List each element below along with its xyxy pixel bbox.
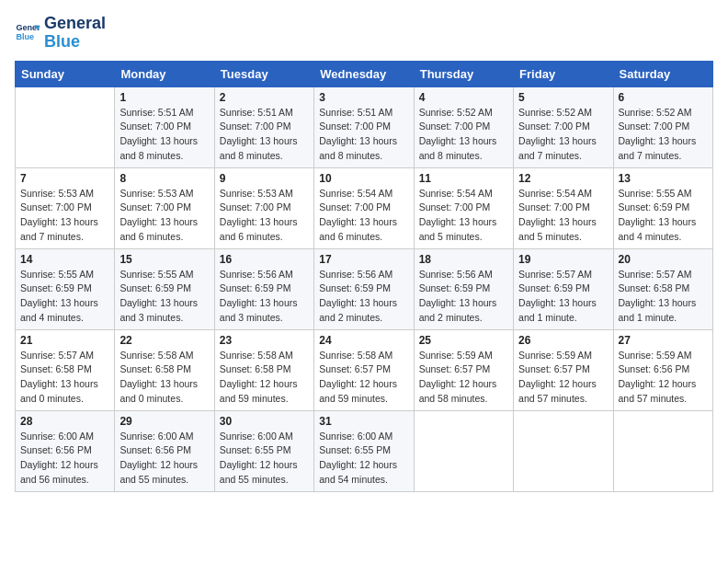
calendar-day-cell [514,410,613,491]
day-info: Sunrise: 5:55 AMSunset: 6:59 PMDaylight:… [119,268,209,326]
day-of-week-header: Saturday [613,61,712,86]
day-info: Sunrise: 5:53 AMSunset: 7:00 PMDaylight:… [20,187,109,245]
calendar-day-cell: 1Sunrise: 5:51 AMSunset: 7:00 PMDaylight… [115,86,214,167]
calendar-day-cell: 2Sunrise: 5:51 AMSunset: 7:00 PMDaylight… [214,86,313,167]
day-number: 10 [319,172,408,185]
day-of-week-header: Tuesday [214,61,313,86]
day-number: 22 [119,334,209,347]
day-number: 17 [319,253,408,266]
calendar-day-cell: 15Sunrise: 5:55 AMSunset: 6:59 PMDayligh… [115,248,214,329]
day-info: Sunrise: 5:57 AMSunset: 6:59 PMDaylight:… [518,268,608,326]
day-info: Sunrise: 5:51 AMSunset: 7:00 PMDaylight:… [220,106,309,164]
day-number: 4 [419,91,508,104]
day-info: Sunrise: 5:57 AMSunset: 6:58 PMDaylight:… [619,268,708,326]
day-info: Sunrise: 6:00 AMSunset: 6:55 PMDaylight:… [319,430,408,488]
day-number: 9 [220,172,309,185]
calendar-week-row: 7Sunrise: 5:53 AMSunset: 7:00 PMDaylight… [16,167,713,248]
day-number: 24 [319,334,408,347]
day-of-week-header: Wednesday [314,61,414,86]
day-info: Sunrise: 5:56 AMSunset: 6:59 PMDaylight:… [319,268,408,326]
day-number: 30 [220,415,309,428]
calendar-day-cell: 19Sunrise: 5:57 AMSunset: 6:59 PMDayligh… [514,248,613,329]
calendar-day-cell: 16Sunrise: 5:56 AMSunset: 6:59 PMDayligh… [214,248,313,329]
day-number: 6 [619,91,708,104]
day-number: 11 [419,172,508,185]
calendar-day-cell: 17Sunrise: 5:56 AMSunset: 6:59 PMDayligh… [314,248,414,329]
calendar-day-cell: 8Sunrise: 5:53 AMSunset: 7:00 PMDaylight… [115,167,214,248]
day-number: 31 [319,415,408,428]
day-info: Sunrise: 5:55 AMSunset: 6:59 PMDaylight:… [619,187,708,245]
calendar-day-cell: 4Sunrise: 5:52 AMSunset: 7:00 PMDaylight… [414,86,513,167]
day-number: 3 [319,91,408,104]
day-number: 2 [220,91,309,104]
calendar-day-cell: 18Sunrise: 5:56 AMSunset: 6:59 PMDayligh… [414,248,513,329]
day-info: Sunrise: 5:54 AMSunset: 7:00 PMDaylight:… [419,187,508,245]
day-info: Sunrise: 5:52 AMSunset: 7:00 PMDaylight:… [419,106,508,164]
calendar-day-cell [414,410,513,491]
day-of-week-header: Monday [115,61,214,86]
calendar-header-row: SundayMondayTuesdayWednesdayThursdayFrid… [16,61,713,86]
calendar-day-cell: 12Sunrise: 5:54 AMSunset: 7:00 PMDayligh… [514,167,613,248]
day-info: Sunrise: 6:00 AMSunset: 6:56 PMDaylight:… [119,430,209,488]
day-info: Sunrise: 5:53 AMSunset: 7:00 PMDaylight:… [119,187,209,245]
calendar-day-cell: 7Sunrise: 5:53 AMSunset: 7:00 PMDaylight… [16,167,115,248]
calendar-day-cell: 26Sunrise: 5:59 AMSunset: 6:57 PMDayligh… [514,329,613,410]
calendar-day-cell: 28Sunrise: 6:00 AMSunset: 6:56 PMDayligh… [16,410,115,491]
day-info: Sunrise: 5:54 AMSunset: 7:00 PMDaylight:… [518,187,608,245]
calendar-day-cell: 14Sunrise: 5:55 AMSunset: 6:59 PMDayligh… [16,248,115,329]
day-info: Sunrise: 5:55 AMSunset: 6:59 PMDaylight:… [20,268,109,326]
day-number: 27 [619,334,708,347]
day-number: 8 [119,172,209,185]
calendar-day-cell: 10Sunrise: 5:54 AMSunset: 7:00 PMDayligh… [314,167,414,248]
calendar-day-cell: 9Sunrise: 5:53 AMSunset: 7:00 PMDaylight… [214,167,313,248]
day-number: 28 [20,415,109,428]
day-info: Sunrise: 5:53 AMSunset: 7:00 PMDaylight:… [220,187,309,245]
calendar-day-cell: 29Sunrise: 6:00 AMSunset: 6:56 PMDayligh… [115,410,214,491]
calendar-day-cell [613,410,712,491]
day-info: Sunrise: 5:58 AMSunset: 6:58 PMDaylight:… [220,349,309,407]
day-of-week-header: Friday [514,61,613,86]
calendar-day-cell: 22Sunrise: 5:58 AMSunset: 6:58 PMDayligh… [115,329,214,410]
calendar-week-row: 21Sunrise: 5:57 AMSunset: 6:58 PMDayligh… [16,329,713,410]
calendar-day-cell: 30Sunrise: 6:00 AMSunset: 6:55 PMDayligh… [214,410,313,491]
svg-text:Blue: Blue [16,32,34,41]
day-info: Sunrise: 5:58 AMSunset: 6:57 PMDaylight:… [319,349,408,407]
logo-icon: General Blue [15,20,40,46]
calendar-day-cell: 6Sunrise: 5:52 AMSunset: 7:00 PMDaylight… [613,86,712,167]
day-info: Sunrise: 5:51 AMSunset: 7:00 PMDaylight:… [119,106,209,164]
day-info: Sunrise: 5:52 AMSunset: 7:00 PMDaylight:… [619,106,708,164]
day-number: 26 [518,334,608,347]
logo-text: General Blue [44,15,106,52]
day-info: Sunrise: 5:52 AMSunset: 7:00 PMDaylight:… [518,106,608,164]
day-info: Sunrise: 5:56 AMSunset: 6:59 PMDaylight:… [419,268,508,326]
day-number: 21 [20,334,109,347]
day-number: 12 [518,172,608,185]
day-number: 19 [518,253,608,266]
calendar-day-cell: 20Sunrise: 5:57 AMSunset: 6:58 PMDayligh… [613,248,712,329]
calendar-day-cell: 27Sunrise: 5:59 AMSunset: 6:56 PMDayligh… [613,329,712,410]
calendar-day-cell: 25Sunrise: 5:59 AMSunset: 6:57 PMDayligh… [414,329,513,410]
day-number: 23 [220,334,309,347]
day-number: 16 [220,253,309,266]
day-number: 15 [119,253,209,266]
calendar-day-cell: 21Sunrise: 5:57 AMSunset: 6:58 PMDayligh… [16,329,115,410]
page-header: General Blue General Blue [15,15,713,52]
day-info: Sunrise: 5:58 AMSunset: 6:58 PMDaylight:… [119,349,209,407]
logo: General Blue General Blue [15,15,106,52]
day-info: Sunrise: 5:59 AMSunset: 6:57 PMDaylight:… [419,349,508,407]
calendar-day-cell: 11Sunrise: 5:54 AMSunset: 7:00 PMDayligh… [414,167,513,248]
day-number: 18 [419,253,508,266]
day-info: Sunrise: 6:00 AMSunset: 6:56 PMDaylight:… [20,430,109,488]
calendar-week-row: 28Sunrise: 6:00 AMSunset: 6:56 PMDayligh… [16,410,713,491]
calendar-day-cell: 31Sunrise: 6:00 AMSunset: 6:55 PMDayligh… [314,410,414,491]
day-info: Sunrise: 5:59 AMSunset: 6:56 PMDaylight:… [619,349,708,407]
calendar-day-cell: 13Sunrise: 5:55 AMSunset: 6:59 PMDayligh… [613,167,712,248]
day-number: 25 [419,334,508,347]
day-info: Sunrise: 5:51 AMSunset: 7:00 PMDaylight:… [319,106,408,164]
day-info: Sunrise: 6:00 AMSunset: 6:55 PMDaylight:… [220,430,309,488]
calendar-day-cell: 5Sunrise: 5:52 AMSunset: 7:00 PMDaylight… [514,86,613,167]
day-of-week-header: Thursday [414,61,513,86]
day-number: 14 [20,253,109,266]
day-number: 5 [518,91,608,104]
day-info: Sunrise: 5:56 AMSunset: 6:59 PMDaylight:… [220,268,309,326]
